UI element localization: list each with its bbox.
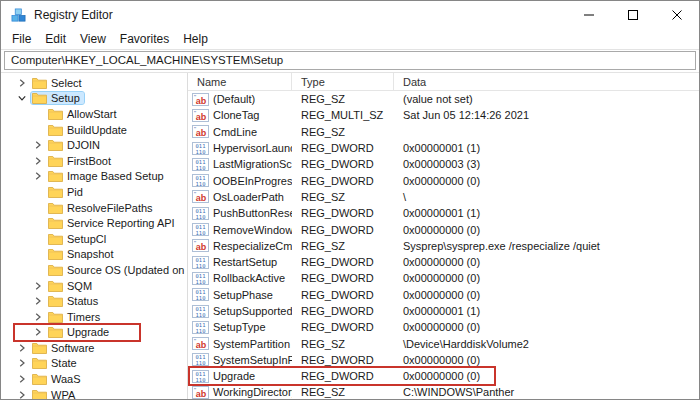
menu-help[interactable]: Help [176,30,215,48]
value-data: 0x00000000 (0) [394,321,699,333]
tree-item-allowstart[interactable]: AllowStart [1,106,187,122]
value-data: 0x00000000 (0) [394,370,699,382]
tree-item-label: DJOIN [67,139,100,151]
string-value-icon: "ab [192,93,209,106]
registry-value-row-rollbackactive[interactable]: 011110RollbackActiveREG_DWORD0x00000000 … [188,270,699,286]
registry-value-row-upgrade[interactable]: 011110UpgradeREG_DWORD0x00000000 (0) [188,368,699,384]
value-type: REG_DWORD [292,305,394,317]
chevron-right-icon[interactable] [33,156,47,166]
tree-item-label: WaaS [51,373,81,385]
folder-icon [48,248,63,260]
chevron-down-icon[interactable] [17,93,31,103]
registry-value-row-setupphase[interactable]: 011110SetupPhaseREG_DWORD0x00000000 (0) [188,287,699,303]
close-icon [672,10,682,20]
dword-value-icon: 011110 [192,370,209,383]
column-header-type[interactable]: Type [292,73,394,90]
tree-item-source-os-updated-on[interactable]: Source OS (Updated on [1,262,187,278]
registry-value-row-setuptype[interactable]: 011110SetupTypeREG_DWORD0x00000000 (0) [188,319,699,335]
folder-icon [48,155,63,167]
column-header-data[interactable]: Data [394,73,699,90]
menu-view[interactable]: View [73,30,113,48]
value-data: 0x00000000 (0) [394,272,699,284]
registry-value-row-oobeinprogress[interactable]: 011110OOBEInProgressREG_DWORD0x00000000 … [188,172,699,188]
tree-item-setupcl[interactable]: SetupCl [1,231,187,247]
menu-file[interactable]: File [5,30,38,48]
registry-value-row-restartsetup[interactable]: 011110RestartSetupREG_DWORD0x00000000 (0… [188,254,699,270]
registry-value-row-clonetag[interactable]: "abCloneTagREG_MULTI_SZSat Jun 05 12:14:… [188,107,699,123]
svg-text:110: 110 [196,279,206,285]
tree-item-resolvefilepaths[interactable]: ResolveFilePaths [1,200,187,216]
tree-item-setup[interactable]: Setup [1,91,187,107]
tree-item-firstboot[interactable]: FirstBoot [1,153,187,169]
chevron-right-icon[interactable] [33,171,47,181]
title-bar: Registry Editor [1,1,699,29]
registry-value-row-hypervisorlaunc[interactable]: 011110HypervisorLaunc...REG_DWORD0x00000… [188,140,699,156]
registry-value-row-setupsupported[interactable]: 011110SetupSupportedREG_DWORD0x00000001 … [188,303,699,319]
registry-value-row-systemsetupinpr[interactable]: 011110SystemSetupInPr...REG_DWORD0x00000… [188,352,699,368]
value-data: C:\WINDOWS\Panther [394,386,699,398]
menu-edit[interactable]: Edit [38,30,73,48]
tree-item-select[interactable]: Select [1,75,187,91]
tree-item-buildupdate[interactable]: BuildUpdate [1,122,187,138]
tree-item-label: SetupCl [67,233,106,245]
tree-item-timers[interactable]: Timers [1,309,187,325]
chevron-right-icon[interactable] [33,312,47,322]
column-header-name[interactable]: Name [188,73,292,90]
dword-value-icon: 011110 [192,288,209,301]
svg-text:ab: ab [196,111,207,121]
chevron-right-icon[interactable] [33,281,47,291]
tree-item-status[interactable]: Status [1,293,187,309]
registry-value-row-systempartition[interactable]: "abSystemPartitionREG_SZ\Device\Harddisk… [188,335,699,351]
value-type: REG_SZ [292,126,394,138]
tree-item-upgrade[interactable]: Upgrade [1,325,187,341]
maximize-icon [628,10,638,20]
folder-icon [48,280,63,292]
value-data: 0x00000001 (1) [394,142,699,154]
chevron-right-icon[interactable] [33,140,47,150]
tree-item-waas[interactable]: WaaS [1,371,187,387]
value-name: RollbackActive [213,272,285,284]
tree-item-snapshot[interactable]: Snapshot [1,247,187,263]
address-input[interactable]: Computer\HKEY_LOCAL_MACHINE\SYSTEM\Setup [4,51,696,70]
chevron-right-icon[interactable] [33,327,47,337]
value-data: 0x00000000 (0) [394,256,699,268]
tree-item-software[interactable]: Software [1,340,187,356]
registry-value-row-lastmigrationsc[interactable]: 011110LastMigrationSc...REG_DWORD0x00000… [188,156,699,172]
registry-value-row-cmdline[interactable]: "abCmdLineREG_SZ [188,124,699,140]
close-button[interactable] [655,1,699,29]
registry-value-row-workingdirectory[interactable]: "abWorkingDirectoryREG_SZC:\WINDOWS\Pant… [188,384,699,399]
registry-value-row-removewindow[interactable]: 011110RemoveWindow...REG_DWORD0x00000000… [188,221,699,237]
tree-item-state[interactable]: State [1,356,187,372]
tree-item-sqm[interactable]: SQM [1,278,187,294]
tree-item-image-based-setup[interactable]: Image Based Setup [1,169,187,185]
tree-item-label: Software [51,342,94,354]
tree-item-label: FirstBoot [67,155,111,167]
registry-value-row-osloaderpath[interactable]: "abOsLoaderPathREG_SZ\ [188,189,699,205]
chevron-right-icon[interactable] [17,343,31,353]
folder-icon [48,326,63,338]
chevron-right-icon[interactable] [17,390,31,399]
chevron-right-icon[interactable] [17,374,31,384]
tree-item-pid[interactable]: Pid [1,184,187,200]
minimize-button[interactable] [567,1,611,29]
value-name: PushButtonReset [213,207,292,219]
value-type: REG_MULTI_SZ [292,109,394,121]
value-name: CmdLine [213,126,257,138]
tree-item-djoin[interactable]: DJOIN [1,137,187,153]
tree-item-label: Snapshot [67,248,113,260]
value-name: RestartSetup [213,256,277,268]
menu-favorites[interactable]: Favorites [113,30,176,48]
tree-item-wpa[interactable]: WPA [1,387,187,399]
chevron-right-icon[interactable] [33,296,47,306]
maximize-button[interactable] [611,1,655,29]
value-name: SystemPartition [213,338,290,350]
chevron-right-icon[interactable] [17,358,31,368]
registry-value-row-respecializecmd[interactable]: "abRespecializeCmd...REG_SZSysprep\syspr… [188,238,699,254]
list-header: Name Type Data [188,73,699,91]
tree-item-label: Pid [67,186,83,198]
dword-value-icon: 011110 [192,353,209,366]
chevron-right-icon[interactable] [17,78,31,88]
registry-value-row-pushbuttonreset[interactable]: 011110PushButtonResetREG_DWORD0x00000001… [188,205,699,221]
tree-item-service-reporting-api[interactable]: Service Reporting API [1,215,187,231]
registry-value-row-default[interactable]: "ab(Default)REG_SZ(value not set) [188,91,699,107]
